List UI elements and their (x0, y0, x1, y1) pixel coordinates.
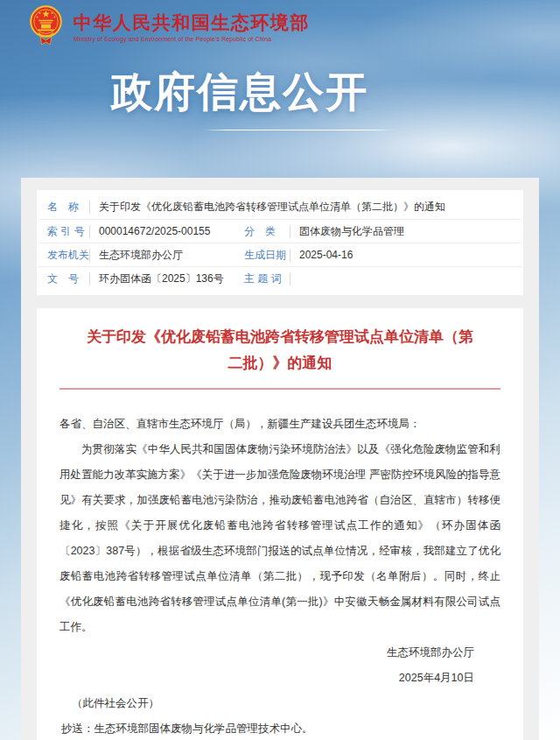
salutation-line: 各省、自治区、直辖市生态环境厅（局），新疆生产建设兵团生态环境局： (60, 412, 500, 437)
ministry-name-block: 中华人民共和国生态环境部 Ministry of Ecology and Env… (74, 4, 310, 42)
meta-label-docno: 文 号 (38, 271, 88, 286)
meta-value-docno: 环办固体函〔2025〕136号 (99, 271, 239, 286)
site-header: 中华人民共和国生态环境部 Ministry of Ecology and Env… (0, 0, 560, 178)
signer-name: 生态环境部办公厅 (60, 640, 500, 666)
meta-value-date: 2025-04-16 (299, 249, 522, 261)
meta-value-index: 000014672/2025-00155 (99, 225, 239, 237)
title-rule (60, 388, 500, 390)
meta-label-category: 分 类 (239, 224, 288, 239)
public-disclosure-note: （此件社会公开） (60, 691, 500, 716)
meta-label-date: 生成日期 (239, 248, 288, 263)
content-panel: 名 称 关于印发《优化废铅蓄电池跨省转移管理试点单位清单（第二批）》的通知 索 … (21, 178, 539, 740)
cc-note: 抄送：生态环境部固体废物与化学品管理技术中心。 (60, 716, 500, 740)
ministry-name-cn: 中华人民共和国生态环境部 (74, 12, 310, 33)
meta-row-issuer: 发布机关 生态环境部办公厅 生成日期 2025-04-16 (38, 243, 522, 266)
meta-row-index: 索 引 号 000014672/2025-00155 分 类 固体废物与化学品管… (38, 219, 522, 243)
divider (89, 225, 90, 238)
sign-date: 2025年4月10日 (60, 666, 500, 691)
meta-label-index: 索 引 号 (38, 224, 88, 239)
page-title: 政府信息公开 (0, 65, 520, 120)
divider (89, 272, 90, 285)
meta-label-name: 名 称 (38, 200, 88, 215)
divider (89, 249, 90, 262)
notice-document-card: 关于印发《优化废铅蓄电池跨省转移管理试点单位清单（第二批）》的通知 各省、自治区… (37, 308, 523, 740)
notice-body: 各省、自治区、直辖市生态环境厅（局），新疆生产建设兵团生态环境局： 为贯彻落实《… (60, 412, 500, 740)
notice-title: 关于印发《优化废铅蓄电池跨省转移管理试点单位清单（第二批）》的通知 (82, 324, 478, 377)
ministry-name-en: Ministry of Ecology and Environment of t… (74, 36, 310, 42)
meta-row-docno: 文 号 环办固体函〔2025〕136号 主 题 词 (38, 266, 522, 290)
document-metadata-card: 名 称 关于印发《优化废铅蓄电池跨省转移管理试点单位清单（第二批）》的通知 索 … (37, 190, 523, 295)
meta-value-name: 关于印发《优化废铅蓄电池跨省转移管理试点单位清单（第二批）》的通知 (99, 200, 522, 215)
body-paragraph: 为贯彻落实《中华人民共和国固体废物污染环境防治法》以及《强化危险废物监管和利用处… (60, 437, 500, 640)
meta-label-subject: 主 题 词 (239, 271, 288, 286)
divider (89, 201, 90, 214)
national-emblem-icon (28, 4, 64, 50)
meta-row-name: 名 称 关于印发《优化废铅蓄电池跨省转移管理试点单位清单（第二批）》的通知 (38, 195, 522, 219)
divider (290, 272, 290, 285)
meta-value-category: 固体废物与化学品管理 (299, 224, 522, 239)
meta-label-issuer: 发布机关 (38, 248, 88, 263)
divider (290, 249, 290, 262)
page-title-underline (203, 130, 396, 130)
meta-value-issuer: 生态环境部办公厅 (99, 248, 239, 263)
divider (290, 225, 290, 238)
ministry-brand-link[interactable]: 中华人民共和国生态环境部 Ministry of Ecology and Env… (28, 4, 310, 50)
